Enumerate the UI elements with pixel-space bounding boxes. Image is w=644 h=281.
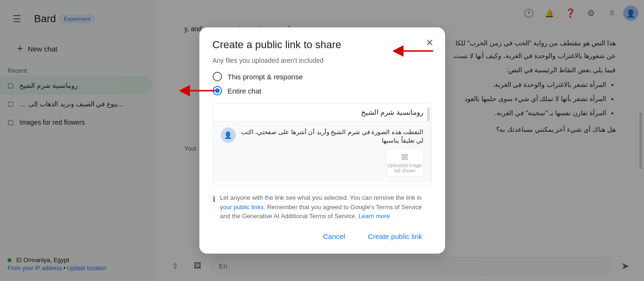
radio-circle-2: [213, 86, 222, 95]
modal-overlay: ✕ Create a public link to share Any file…: [0, 0, 644, 281]
preview-user-row: 👤 التقطت هذه الصورة في شرم الشيخ وأريد أ…: [221, 128, 424, 177]
preview-message: التقطت هذه الصورة في شرم الشيخ وأريد أن …: [240, 128, 424, 177]
public-links-link[interactable]: your public links: [220, 204, 264, 211]
radio-group: This prompt & response Entire chat: [213, 72, 432, 95]
dialog-title: Create a public link to share: [213, 39, 432, 51]
radio-inner-2: [215, 88, 220, 93]
preview-avatar: 👤: [221, 128, 236, 143]
cancel-button[interactable]: Cancel: [314, 229, 355, 244]
preview-content: 👤 التقطت هذه الصورة في شرم الشيخ وأريد أ…: [213, 122, 431, 182]
radio-circle-1: [213, 72, 222, 81]
dialog-footer: Cancel Create public link: [213, 229, 432, 244]
info-text-1: Let anyone with the link see what you se…: [220, 194, 422, 201]
arrow-radio-icon: [180, 84, 217, 98]
uploaded-image-label: Uploaded image: [387, 163, 422, 168]
close-dialog-button[interactable]: ✕: [422, 35, 438, 50]
radio-prompt-response[interactable]: This prompt & response: [213, 72, 432, 81]
share-dialog: ✕ Create a public link to share Any file…: [199, 27, 445, 254]
dialog-subtitle: Any files you uploaded aren't included: [213, 57, 432, 64]
preview-text: التقطت هذه الصورة في شرم الشيخ وأريد أن …: [241, 128, 424, 144]
learn-more-link[interactable]: Learn more: [359, 213, 390, 220]
image-placeholder-icon: ⊠: [401, 152, 408, 162]
info-icon: ℹ: [213, 194, 215, 205]
radio-label-1: This prompt & response: [228, 73, 303, 81]
preview-image-placeholder: ⊠ Uploaded image not shown: [386, 148, 424, 177]
create-public-link-button[interactable]: Create public link: [358, 229, 431, 244]
chat-preview: رومانسية شرم الشيخ 👤 التقطت هذه الصورة ف…: [213, 103, 432, 186]
preview-title: رومانسية شرم الشيخ: [213, 103, 431, 122]
close-icon: ✕: [426, 37, 434, 48]
radio-label-2: Entire chat: [228, 87, 262, 95]
radio-entire-chat[interactable]: Entire chat: [213, 86, 432, 95]
info-text: Let anyone with the link see what you se…: [220, 193, 432, 221]
preview-scrollbar[interactable]: [427, 103, 430, 185]
preview-scroll-thumb: [427, 107, 430, 121]
preview-avatar-icon: 👤: [224, 131, 232, 139]
not-shown-label: not shown: [394, 168, 416, 173]
info-row: ℹ Let anyone with the link see what you …: [213, 193, 432, 221]
